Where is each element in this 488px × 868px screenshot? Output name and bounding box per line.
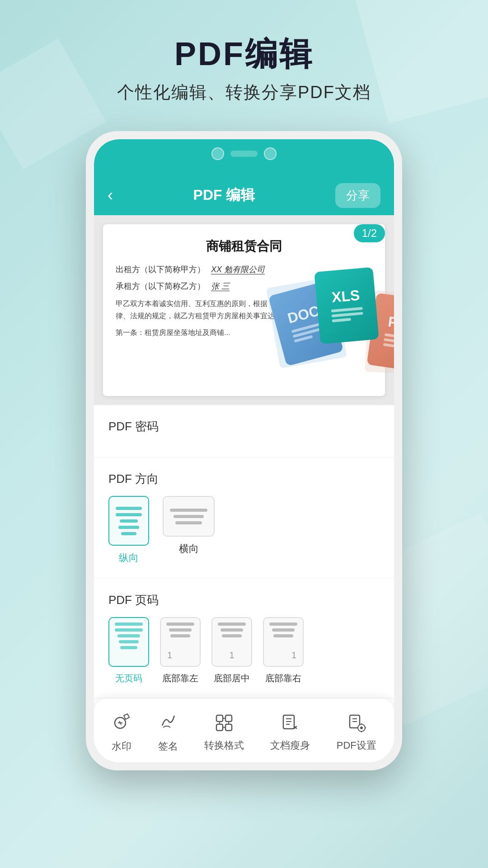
app-bar-title: PDF 编辑	[193, 185, 255, 205]
xls-lines	[331, 307, 364, 325]
toolbar-watermark[interactable]: 水印	[104, 708, 139, 758]
watermark-icon	[112, 712, 131, 735]
compress-icon	[281, 713, 300, 734]
page-num-bc-icon: 1	[211, 617, 252, 667]
page-title: PDF编辑	[0, 36, 488, 72]
document-area: 1/2 商铺租赁合同 出租方（以下简称甲方） XX 勉有限公司 承租方（以下简称…	[94, 215, 394, 405]
page-num-none[interactable]: 无页码	[108, 617, 149, 684]
page-num-bl-icon: 1	[160, 617, 201, 667]
portrait-icon	[108, 496, 149, 546]
page-num-bottom-left[interactable]: 1 底部靠左	[160, 617, 201, 684]
page-subtitle: 个性化编辑、转换分享PDF文档	[0, 81, 488, 104]
convert-icon	[215, 713, 234, 734]
bottom-toolbar: 水印 签名	[94, 698, 394, 762]
compress-label: 文档瘦身	[270, 739, 310, 752]
phone-notch	[94, 139, 394, 175]
page-num-bc-label: 底部居中	[214, 672, 250, 684]
password-section: PDF 密码	[94, 405, 394, 458]
landscape-label: 横向	[179, 542, 199, 556]
direction-options: 纵向 横向	[108, 496, 380, 565]
svg-rect-6	[225, 724, 232, 731]
svg-rect-3	[216, 715, 223, 722]
direction-landscape[interactable]: 横向	[163, 496, 215, 565]
page-header: PDF编辑 个性化编辑、转换分享PDF文档	[0, 0, 488, 113]
watermark-label: 水印	[112, 740, 131, 753]
direction-section-title: PDF 方向	[108, 471, 380, 487]
page-number-section-title: PDF 页码	[108, 592, 380, 608]
svg-rect-4	[225, 715, 232, 722]
signature-icon	[159, 712, 178, 735]
pdf-settings-icon	[347, 713, 366, 734]
back-button[interactable]: ‹	[108, 186, 113, 205]
notch-camera-area	[211, 147, 277, 160]
page-num-bottom-center[interactable]: 1 底部居中	[211, 617, 252, 684]
pdf-settings-label: PDF设置	[337, 739, 376, 752]
xls-label: XLS	[331, 287, 361, 306]
page-badge: 1/2	[354, 224, 385, 242]
toolbar-compress[interactable]: 文档瘦身	[263, 709, 317, 757]
xls-file-icon: XLS	[314, 267, 379, 344]
toolbar-pdf-settings[interactable]: PDF设置	[329, 709, 384, 757]
notch-sensor	[230, 151, 258, 157]
page-num-options: 无页码 1 底部靠左	[108, 617, 380, 684]
portrait-label: 纵向	[119, 551, 139, 565]
notch-camera-left	[211, 147, 224, 160]
toolbar-convert[interactable]: 转换格式	[197, 709, 251, 757]
direction-portrait[interactable]: 纵向	[108, 496, 149, 565]
page-num-none-icon	[108, 617, 149, 667]
file-icons-container: DOC XLS	[277, 251, 394, 378]
password-section-title: PDF 密码	[108, 419, 380, 434]
notch-camera-right	[264, 147, 277, 160]
app-header-bar: ‹ PDF 编辑 分享	[94, 175, 394, 215]
page-number-section: PDF 页码 无页码	[94, 579, 394, 698]
phone-mockup: ‹ PDF 编辑 分享 1/2 商铺租赁合同 出租方（以下简称甲方） XX 勉有…	[86, 131, 402, 770]
page-num-none-label: 无页码	[115, 672, 142, 684]
signature-label: 签名	[158, 740, 178, 753]
landscape-icon	[163, 496, 215, 537]
settings-panel: PDF 密码 PDF 方向	[94, 405, 394, 698]
phone-inner: ‹ PDF 编辑 分享 1/2 商铺租赁合同 出租方（以下简称甲方） XX 勉有…	[94, 139, 394, 762]
share-button[interactable]: 分享	[335, 183, 380, 208]
page-num-br-label: 底部靠右	[265, 672, 301, 684]
direction-section: PDF 方向 纵向	[94, 458, 394, 579]
phone-outer: ‹ PDF 编辑 分享 1/2 商铺租赁合同 出租方（以下简称甲方） XX 勉有…	[86, 131, 402, 770]
page-num-br-icon: 1	[263, 617, 304, 667]
toolbar-signature[interactable]: 签名	[151, 708, 185, 758]
svg-point-15	[360, 726, 363, 729]
convert-label: 转换格式	[204, 739, 244, 752]
page-num-bl-label: 底部靠左	[162, 672, 198, 684]
svg-rect-5	[216, 724, 223, 731]
page-num-bottom-right[interactable]: 1 底部靠右	[263, 617, 304, 684]
